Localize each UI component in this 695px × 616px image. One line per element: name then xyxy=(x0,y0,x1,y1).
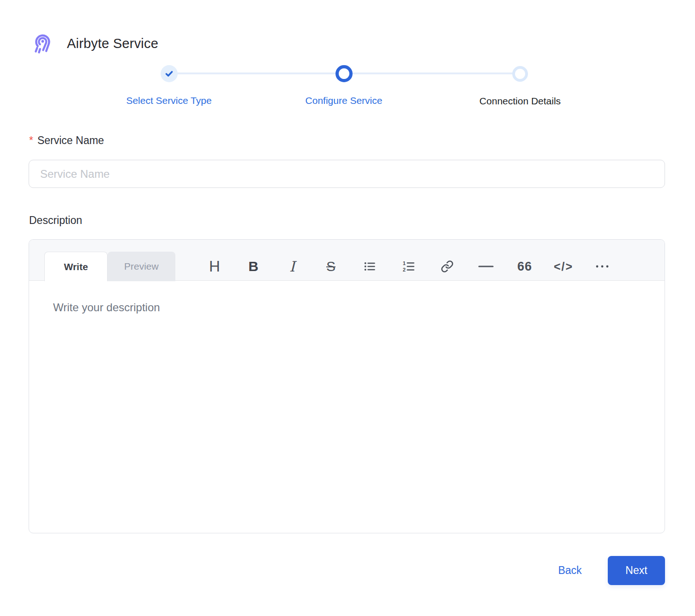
required-asterisk: * xyxy=(29,134,33,146)
unordered-list-icon[interactable] xyxy=(350,254,389,279)
step-connection-details[interactable]: Connection Details xyxy=(446,66,594,107)
svg-text:1: 1 xyxy=(403,260,406,266)
description-textarea[interactable] xyxy=(29,281,665,533)
editor-toolbar: H B I S 1 2 xyxy=(195,252,622,281)
code-icon[interactable]: </> xyxy=(544,254,583,279)
step-configure-service[interactable]: Configure Service xyxy=(270,65,418,106)
next-button[interactable]: Next xyxy=(608,556,665,585)
description-markdown-editor: Write Preview H B I S 1 2 xyxy=(29,239,665,533)
bold-icon[interactable]: B xyxy=(234,254,273,279)
tab-preview[interactable]: Preview xyxy=(108,252,175,281)
svg-text:2: 2 xyxy=(403,267,406,272)
step-label: Connection Details xyxy=(479,96,561,107)
more-icon[interactable] xyxy=(583,254,622,279)
step-select-service-type[interactable]: Select Service Type xyxy=(95,65,243,106)
airbyte-service-wizard: Airbyte Service Select Service Type Conf… xyxy=(0,0,695,616)
service-name-input[interactable] xyxy=(29,160,665,188)
step-upcoming-indicator xyxy=(512,66,528,82)
step-label: Configure Service xyxy=(306,95,383,106)
back-button[interactable]: Back xyxy=(543,556,597,585)
italic-icon[interactable]: I xyxy=(273,254,312,279)
tab-write[interactable]: Write xyxy=(44,252,108,281)
heading-icon[interactable]: H xyxy=(195,254,234,279)
step-active-indicator xyxy=(336,65,353,82)
description-label: Description xyxy=(29,214,82,227)
step-completed-indicator xyxy=(161,65,178,82)
service-name-label-text: Service Name xyxy=(37,134,104,146)
editor-tabs: Write Preview xyxy=(44,252,175,281)
strikethrough-icon[interactable]: S xyxy=(312,254,350,279)
step-label: Select Service Type xyxy=(126,95,211,106)
ordered-list-icon[interactable]: 1 2 xyxy=(389,254,428,279)
wizard-stepper: Select Service Type Configure Service Co… xyxy=(0,0,695,111)
link-icon[interactable] xyxy=(428,254,467,279)
check-icon xyxy=(164,69,174,79)
quote-icon[interactable]: 66 xyxy=(505,254,544,279)
service-name-label: *Service Name xyxy=(29,134,104,147)
horizontal-rule-icon[interactable] xyxy=(467,254,505,279)
